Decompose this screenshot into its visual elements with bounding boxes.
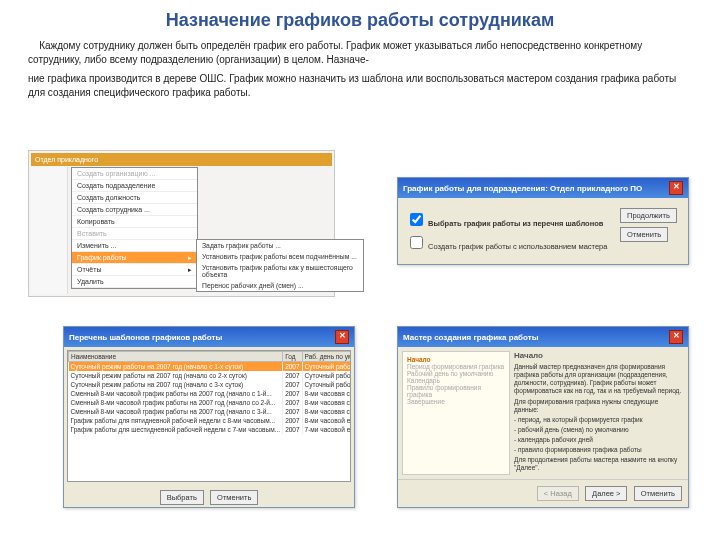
cell-year: 2007 [283,425,302,434]
wizard-text: Данный мастер предназначен для формирова… [514,363,684,396]
menu-schedule-label: График работы [77,254,127,261]
menu-delete[interactable]: Удалить [72,276,197,288]
cell-name: Суточный режим работы на 2007 год (начал… [69,371,283,380]
close-icon[interactable]: ✕ [669,330,683,344]
option-from-templates[interactable]: Выбрать график работы из перечня шаблоно… [406,210,618,229]
context-menu[interactable]: Создать организацию ... Создать подразде… [71,167,198,289]
menu-reports[interactable]: Отчёты ▸ [72,264,197,276]
submenu-set-as-parent[interactable]: Установить график работы как у вышестоящ… [197,262,363,280]
cell-year: 2007 [283,398,302,407]
select-button[interactable]: Выбрать [160,490,204,505]
table-row[interactable]: График работы для пятидневной рабочей не… [69,416,352,425]
cell-day: 7-ми часовой ежедневны... [302,425,351,434]
submenu-set-all-subordinates[interactable]: Установить график работы всем подчинённы… [197,251,363,262]
col-year[interactable]: Год [283,352,302,362]
cell-day: Суточный рабочий день (... [302,380,351,389]
cell-day: Суточный рабочий день (... [302,362,351,372]
cell-name: Суточный режим работы на 2007 год (начал… [69,380,283,389]
step-start[interactable]: Начало [407,356,505,363]
step-rule: Правило формирования графика [407,384,505,398]
dialog-titlebar: Мастер создания графика работы ✕ [398,327,688,347]
templates-list-dialog: Перечень шаблонов графиков работы ✕ Наим… [63,326,355,508]
cell-name: Суточный режим работы на 2007 год (начал… [69,362,283,372]
intro-paragraph-2: ние графика производится в дереве ОШС. Г… [28,72,692,99]
cell-year: 2007 [283,380,302,389]
submenu-arrow-icon: ▸ [188,254,192,262]
cell-year: 2007 [283,371,302,380]
col-default-day[interactable]: Раб. день по умолчанию [302,352,351,362]
dialog-titlebar: Перечень шаблонов графиков работы ✕ [64,327,354,347]
cell-day: Суточный рабочий день (... [302,371,351,380]
tree-toolbar [31,167,68,294]
cell-day: 8-ми часовая смена (нор... [302,389,351,398]
checkbox-wizard[interactable] [410,236,423,249]
menu-copy[interactable]: Копировать [72,216,197,228]
table-row[interactable]: Суточный режим работы на 2007 год (начал… [69,362,352,372]
step-finish: Завершение [407,398,505,405]
wizard-steps: Начало Период формирования графика Рабоч… [402,351,510,475]
wizard-text: Для продолжения работы мастера нажмите н… [514,456,684,472]
submenu-shift-days[interactable]: Перенос рабочих дней (смен) ... [197,280,363,291]
step-default-day: Рабочий день по умолчанию [407,370,505,377]
menu-create-subdiv[interactable]: Создать подразделение [72,180,197,192]
table-row[interactable]: Сменный 8-ми часовой график работы на 20… [69,407,352,416]
schedule-wizard-dialog: Мастер создания графика работы ✕ Начало … [397,326,689,508]
page-title: Назначение графиков работы сотрудникам [30,10,690,31]
wizard-text: - календарь рабочих дней [514,436,684,444]
table-row[interactable]: Сменный 8-ми часовой график работы на 20… [69,398,352,407]
table-row[interactable]: Сменный 8-ми часовой график работы на 20… [69,389,352,398]
table-row[interactable]: Суточный режим работы на 2007 год (начал… [69,380,352,389]
cell-name: Сменный 8-ми часовой график работы на 20… [69,398,283,407]
tree-context-screenshot: Отдел прикладного Создать организацию ..… [28,150,335,297]
dialog-title: Перечень шаблонов графиков работы [69,333,222,342]
context-submenu-schedule[interactable]: Задать график работы ... Установить граф… [196,239,364,292]
submenu-arrow-icon: ▸ [188,266,192,274]
cell-name: График работы для шестидневной рабочей н… [69,425,283,434]
continue-button[interactable]: Продолжить [620,208,677,223]
table-row[interactable]: График работы для шестидневной рабочей н… [69,425,352,434]
cell-year: 2007 [283,362,302,372]
menu-create-employee[interactable]: Создать сотрудника ... [72,204,197,216]
close-icon[interactable]: ✕ [335,330,349,344]
templates-table[interactable]: Наименование Год Раб. день по умолчанию … [68,351,351,434]
next-button[interactable]: Далее > [585,486,627,501]
wizard-text: - период, на который формируется график [514,416,684,424]
wizard-content: Начало Данный мастер предназначен для фо… [514,351,684,475]
close-icon[interactable]: ✕ [669,181,683,195]
dialog-title: График работы для подразделения: Отдел п… [403,184,642,193]
submenu-set-schedule[interactable]: Задать график работы ... [197,240,363,251]
wizard-page-title: Начало [514,351,684,360]
checkbox-template[interactable] [410,213,423,226]
cell-name: График работы для пятидневной рабочей не… [69,416,283,425]
cell-day: 8-ми часовая смена (ноч... [302,407,351,416]
option-use-wizard-label: Создать график работы с использованием м… [428,242,607,251]
wizard-text: - рабочий день (смена) по умолчанию [514,426,684,434]
menu-edit[interactable]: Изменить ... [72,240,197,252]
col-name[interactable]: Наименование [69,352,283,362]
cell-year: 2007 [283,389,302,398]
menu-reports-label: Отчёты [77,266,101,273]
menu-create-position[interactable]: Создать должность [72,192,197,204]
cancel-button[interactable]: Отменить [210,490,258,505]
cell-day: 8-ми часовой ежедневны... [302,416,351,425]
tree-selected-node[interactable]: Отдел прикладного [31,153,332,166]
cell-year: 2007 [283,416,302,425]
table-row[interactable]: Суточный режим работы на 2007 год (начал… [69,371,352,380]
cell-name: Сменный 8-ми часовой график работы на 20… [69,407,283,416]
option-use-wizard[interactable]: Создать график работы с использованием м… [406,233,618,252]
cell-year: 2007 [283,407,302,416]
menu-schedule[interactable]: График работы ▸ [72,252,197,264]
intro-text-1: Каждому сотруднику должен быть определён… [28,40,642,65]
schedule-source-dialog: График работы для подразделения: Отдел п… [397,177,689,265]
step-calendar: Календарь [407,377,505,384]
dialog-titlebar: График работы для подразделения: Отдел п… [398,178,688,198]
menu-create-org: Создать организацию ... [72,168,197,180]
cell-name: Сменный 8-ми часовой график работы на 20… [69,389,283,398]
cancel-button[interactable]: Отменить [620,227,668,242]
back-button: < Назад [537,486,579,501]
step-period: Период формирования графика [407,363,505,370]
cell-day: 8-ми часовая смена (втo... [302,398,351,407]
cancel-button[interactable]: Отменить [634,486,682,501]
menu-paste: Вставить [72,228,197,240]
wizard-text: - правило формирования графика работы [514,446,684,454]
